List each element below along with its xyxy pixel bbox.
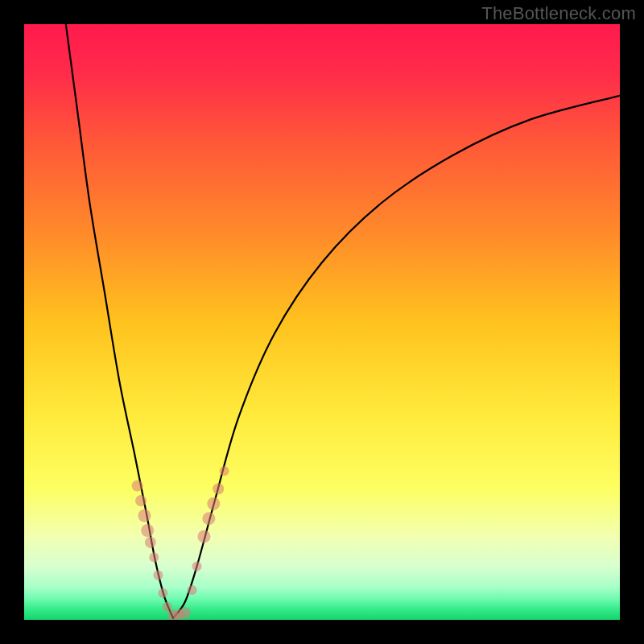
data-marker [188, 585, 197, 595]
curves-layer [24, 24, 620, 620]
marker-group [132, 466, 229, 620]
data-marker [213, 483, 224, 494]
watermark-text: TheBottleneck.com [481, 3, 636, 24]
curve-right [173, 96, 620, 618]
data-marker [154, 571, 163, 580]
data-marker [192, 561, 202, 571]
data-marker [132, 481, 143, 492]
data-marker [207, 497, 220, 510]
plot-area [24, 24, 620, 620]
data-marker [202, 512, 215, 525]
data-marker [149, 552, 159, 562]
curve-left [66, 24, 173, 618]
data-marker [220, 466, 229, 476]
data-marker [197, 530, 210, 543]
data-marker [180, 607, 191, 618]
data-marker [135, 495, 147, 506]
data-marker [158, 588, 167, 598]
chart-frame: TheBottleneck.com [0, 0, 644, 644]
data-marker [138, 510, 151, 522]
data-marker [141, 524, 154, 537]
data-marker [145, 537, 156, 548]
